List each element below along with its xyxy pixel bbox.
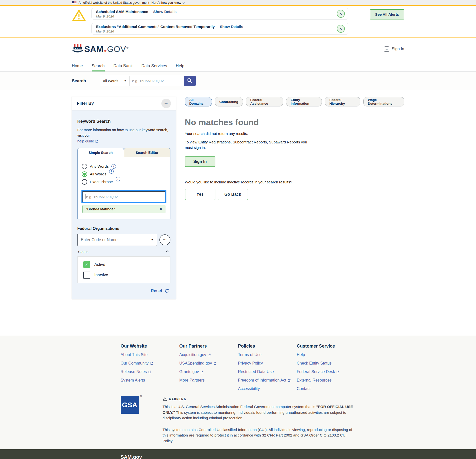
identifier-footer: SAM.gov An official website of the U.S. … [0, 449, 476, 459]
footer-link-system-alerts[interactable]: System Alerts [121, 376, 179, 385]
close-glyph: ✕ [339, 27, 342, 31]
chip-label: "Brenda Matinde" [86, 207, 115, 211]
radio-label: Exact Phrase [90, 180, 113, 184]
gsa-registered-mark: ® [140, 395, 142, 398]
chevron-up-icon [166, 250, 169, 254]
info-icon[interactable]: i [109, 169, 114, 174]
search-button[interactable] [184, 76, 196, 86]
search-type-dropdown[interactable]: All Words ▼ [100, 76, 129, 86]
collapse-filter-button[interactable]: – [161, 99, 171, 108]
alert-show-details-link[interactable]: Show Details [220, 24, 243, 29]
search-label: Search [72, 78, 100, 83]
search-input[interactable] [129, 76, 184, 86]
nav-item-home[interactable]: Home [72, 60, 83, 71]
logo-gov-text: GOV [107, 44, 126, 54]
alert-date: Mar 6, 2026 [96, 29, 332, 33]
checkbox-inactive[interactable]: Inactive [83, 272, 165, 279]
radio-circle [82, 164, 87, 169]
footer-link-terms-of-use[interactable]: Terms of Use [238, 351, 297, 359]
nav-item-search[interactable]: Search [92, 60, 105, 71]
site-footer: Our Website About This Site Our Communit… [0, 336, 476, 449]
svg-text:★: ★ [75, 47, 76, 49]
domain-tab-contracting[interactable]: Contracting [215, 97, 243, 106]
footer-link-usaspending-gov[interactable]: USASpending.gov [179, 359, 238, 368]
domain-tab-federal-hierarchy[interactable]: Federal Hierarchy [325, 97, 360, 106]
see-all-alerts-button[interactable]: See All Alerts [370, 9, 404, 19]
tab-simple-search[interactable]: Simple Search [77, 148, 124, 157]
radio-label: All Words [90, 172, 106, 176]
sign-in-button[interactable]: Sign In [185, 156, 215, 167]
alert-list: Scheduled SAM Maintenance Show Details M… [91, 8, 348, 35]
info-icon[interactable]: i [116, 177, 120, 181]
help-guide-link[interactable]: help guide [77, 138, 99, 144]
domain-tab-federal-assistance[interactable]: Federal Assistance [246, 97, 283, 106]
radio-circle [82, 179, 87, 185]
banner-how-you-know-link[interactable]: Here’s how you know [151, 1, 184, 4]
alerts-bar: Scheduled SAM Maintenance Show Details M… [0, 6, 476, 38]
arrow-left-glyph: ← [385, 47, 388, 51]
footer-link-acquisition-gov[interactable]: Acquisition.gov [179, 351, 238, 359]
footer-link-label: About This Site [121, 353, 148, 357]
footer-link-grants-gov[interactable]: Grants.gov [179, 368, 238, 376]
refresh-icon[interactable] [164, 289, 169, 293]
status-heading: Status [78, 250, 88, 254]
main-content: Filter By – Keyword Search For more info… [0, 90, 476, 336]
domain-tab-all-domains[interactable]: All Domains [185, 97, 212, 106]
chip-remove-icon[interactable]: × [160, 207, 162, 211]
external-link-icon [150, 362, 153, 365]
org-more-options-button[interactable]: ••• [159, 234, 170, 245]
check-glyph: ✓ [85, 262, 88, 267]
info-icon[interactable]: i [111, 164, 116, 169]
footer-link-more-partners[interactable]: More Partners [179, 376, 238, 385]
footer-link-about-this-site[interactable]: About This Site [121, 351, 179, 359]
nav-item-data-bank[interactable]: Data Bank [113, 60, 133, 71]
federal-organizations-select[interactable]: Enter Code or Name ▼ [77, 234, 157, 246]
checkbox-checked-icon: ✓ [83, 261, 90, 268]
reset-filters-link[interactable]: Reset [151, 288, 162, 293]
close-icon[interactable]: ✕ [337, 25, 345, 33]
go-back-button[interactable]: Go Back [218, 189, 248, 200]
banner-link-label: Here’s how you know [151, 1, 181, 4]
radio-label: Any Words [90, 164, 109, 169]
footer-link-foia[interactable]: Freedom of Information Act [238, 376, 297, 385]
domain-tab-wage-determinations[interactable]: Wage Determinations [363, 97, 404, 106]
sign-in-link[interactable]: ← Sign In [384, 46, 404, 52]
alert-show-details-link[interactable]: Show Details [153, 9, 176, 14]
domain-tab-entity-information[interactable]: Entity Information [286, 97, 322, 106]
radio-any-words[interactable]: Any Words i [82, 164, 166, 169]
footer-link-external-resources[interactable]: External Resources [297, 376, 356, 385]
footer-link-privacy-policy[interactable]: Privacy Policy [238, 359, 297, 368]
checkbox-label: Active [94, 262, 105, 267]
nav-item-data-services[interactable]: Data Services [141, 60, 167, 71]
footer-link-restricted-data-use[interactable]: Restricted Data Use [238, 368, 297, 376]
chevron-down-icon [182, 1, 184, 3]
footer-column-policies: Policies Terms of Use Privacy Policy Res… [238, 344, 297, 393]
footer-link-label: System Alerts [121, 378, 145, 383]
gsa-logo[interactable]: GSA [121, 396, 139, 414]
keyword-input[interactable] [82, 191, 165, 202]
footer-link-our-community[interactable]: Our Community [121, 359, 179, 368]
yes-button[interactable]: Yes [185, 189, 215, 200]
keyword-info-text: For more information on how to use our k… [77, 128, 168, 137]
footer-link-label: Grants.gov [179, 370, 199, 374]
checkbox-active[interactable]: ✓ Active [83, 261, 165, 268]
footer-link-check-entity-status[interactable]: Check Entity Status [297, 359, 356, 368]
footer-link-federal-service-desk[interactable]: Federal Service Desk [297, 368, 356, 376]
sam-gov-logo[interactable]: ★ ★ ★ SAM ★ GOV ® [72, 43, 129, 54]
radio-all-words[interactable]: All Words i [82, 171, 166, 177]
footer-link-help[interactable]: Help [297, 351, 356, 359]
footer-link-label: Contact [297, 387, 311, 391]
close-icon[interactable]: ✕ [337, 10, 345, 18]
radio-exact-phrase[interactable]: Exact Phrase i [82, 179, 166, 185]
footer-link-contact[interactable]: Contact [297, 385, 356, 393]
footer-link-release-notes[interactable]: Release Notes [121, 368, 179, 376]
footer-column-our-website: Our Website About This Site Our Communit… [121, 344, 179, 393]
keyword-tabs: Simple Search Search Editor [77, 148, 170, 157]
footer-link-label: USASpending.gov [179, 361, 212, 366]
status-section-toggle[interactable]: Status [78, 250, 170, 254]
nav-item-help[interactable]: Help [176, 60, 184, 71]
footer-link-accessibility[interactable]: Accessibility [238, 385, 297, 393]
external-link-icon [95, 140, 98, 143]
tab-search-editor[interactable]: Search Editor [124, 148, 170, 157]
footer-link-label: Accessibility [238, 387, 260, 391]
